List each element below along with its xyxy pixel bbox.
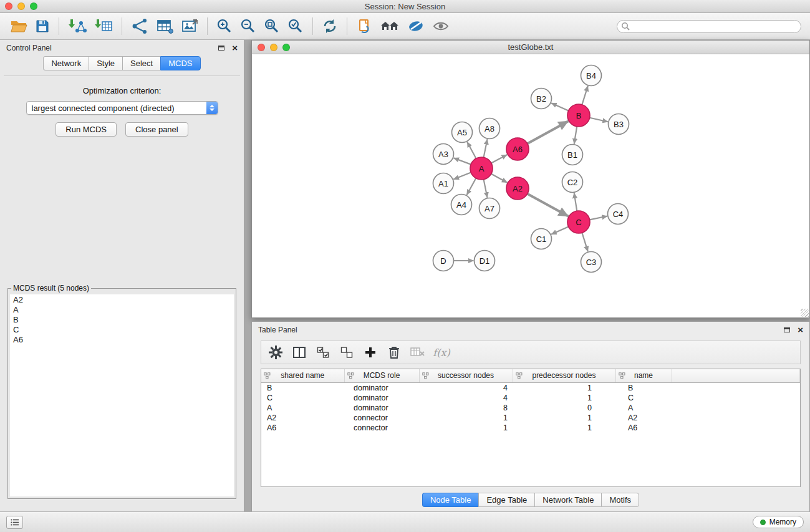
float-panel-icon[interactable] xyxy=(218,46,224,51)
graph-edge-C-C2[interactable] xyxy=(574,193,577,211)
tab-node-table[interactable]: Node Table xyxy=(422,493,479,507)
graph-edge-A-A6[interactable] xyxy=(491,155,507,163)
graph-edge-A-A3[interactable] xyxy=(453,158,471,164)
cell[interactable]: 1 xyxy=(419,413,513,423)
close-panel-icon[interactable]: × xyxy=(232,45,238,51)
cell[interactable]: A2 xyxy=(615,413,672,423)
graph-edge-B-B4[interactable] xyxy=(582,86,587,105)
search-input[interactable] xyxy=(617,20,801,33)
cell[interactable]: dominator xyxy=(344,403,419,413)
task-history-button[interactable] xyxy=(6,516,23,529)
graph-node-D[interactable]: D xyxy=(433,251,454,271)
tab-select[interactable]: Select xyxy=(122,56,160,70)
add-row-icon[interactable] xyxy=(361,343,380,362)
network-minimize-button[interactable] xyxy=(270,44,277,51)
zoom-fit-content-icon[interactable] xyxy=(260,15,284,37)
cell[interactable]: 1 xyxy=(513,423,615,433)
network-canvas[interactable]: AA6A2BCA5A8A3A1A4A7B2B4B3B1C2C4C1C3DD1 xyxy=(252,54,809,317)
zoom-out-icon[interactable] xyxy=(236,15,260,37)
cell[interactable]: connector xyxy=(344,413,419,423)
result-item[interactable]: A6 xyxy=(12,335,232,345)
graph-edge-C-C1[interactable] xyxy=(551,226,569,234)
graph-node-D1[interactable]: D1 xyxy=(475,251,495,271)
column-header-name[interactable]: name xyxy=(615,369,672,382)
table-row[interactable]: A6connector11A6 xyxy=(261,423,800,433)
graph-edge-A6-B[interactable] xyxy=(528,121,569,143)
copy-page-icon[interactable] xyxy=(352,15,376,37)
graph-edge-A2-C[interactable] xyxy=(528,194,569,216)
cell[interactable]: 1 xyxy=(419,423,513,433)
graph-edge-B-B1[interactable] xyxy=(574,127,577,144)
export-image-icon[interactable] xyxy=(177,15,202,37)
graph-node-C2[interactable]: C2 xyxy=(562,172,583,193)
result-item[interactable]: C xyxy=(12,325,232,335)
graph-node-A[interactable]: A xyxy=(470,157,493,180)
table-close-panel-icon[interactable]: × xyxy=(798,327,803,333)
table-row[interactable]: Adominator80A xyxy=(261,403,800,413)
cell[interactable]: A xyxy=(615,403,672,413)
table-settings-gear-icon[interactable] xyxy=(266,343,285,362)
apply-layout-refresh-icon[interactable] xyxy=(318,15,342,37)
graph-edge-A-A8[interactable] xyxy=(484,139,488,157)
close-panel-button[interactable]: Close panel xyxy=(125,122,188,137)
graph-edge-A-A1[interactable] xyxy=(453,173,471,180)
cell[interactable]: connector xyxy=(344,423,419,433)
cell[interactable]: B xyxy=(261,382,344,393)
cell[interactable]: 1 xyxy=(513,382,615,393)
graph-node-A1[interactable]: A1 xyxy=(433,173,454,194)
cell[interactable]: 4 xyxy=(419,393,513,403)
cell[interactable]: C xyxy=(261,393,344,403)
graph-edge-B-B2[interactable] xyxy=(551,103,569,110)
new-network-from-table-icon[interactable] xyxy=(152,15,177,37)
resize-grip[interactable] xyxy=(801,309,809,317)
result-item[interactable]: B xyxy=(12,315,232,325)
network-close-button[interactable] xyxy=(258,44,265,51)
cell[interactable]: 1 xyxy=(513,413,615,423)
tab-style[interactable]: Style xyxy=(89,56,122,70)
cell[interactable]: A6 xyxy=(615,423,672,433)
show-hide-eye-icon[interactable] xyxy=(428,15,453,37)
network-zoom-button[interactable] xyxy=(282,44,290,51)
graph-edge-A-A5[interactable] xyxy=(467,142,476,158)
column-header-MCDS-role[interactable]: MCDS role xyxy=(344,369,419,382)
cell[interactable]: A6 xyxy=(261,423,344,433)
graph-node-C1[interactable]: C1 xyxy=(531,229,552,249)
graph-edge-A-A7[interactable] xyxy=(484,180,488,198)
graph-edge-C-C4[interactable] xyxy=(590,216,607,220)
app-titlebar[interactable]: Session: New Session xyxy=(0,0,810,13)
graph-edge-B-B3[interactable] xyxy=(590,118,608,122)
graph-node-C3[interactable]: C3 xyxy=(581,252,602,273)
column-header-successor-nodes[interactable]: successor nodes xyxy=(419,369,513,382)
column-header-shared-name[interactable]: shared name xyxy=(261,369,344,382)
cell[interactable]: 0 xyxy=(513,403,615,413)
column-header-predecessor-nodes[interactable]: predecessor nodes xyxy=(513,369,615,382)
cell[interactable]: C xyxy=(615,393,672,403)
delete-rows-icon[interactable] xyxy=(385,343,403,362)
tab-motifs[interactable]: Motifs xyxy=(601,493,639,507)
tab-network[interactable]: Network xyxy=(43,56,89,70)
memory-button[interactable]: Memory xyxy=(753,516,804,528)
graph-node-B1[interactable]: B1 xyxy=(562,145,583,165)
graph-node-A5[interactable]: A5 xyxy=(452,122,473,143)
graph-node-A4[interactable]: A4 xyxy=(451,195,472,215)
graph-node-B3[interactable]: B3 xyxy=(609,114,629,135)
cell[interactable]: 1 xyxy=(513,393,615,403)
graph-edge-C-C3[interactable] xyxy=(582,233,587,251)
home-views-icon[interactable] xyxy=(376,15,403,37)
open-file-icon[interactable] xyxy=(6,15,31,37)
table-float-panel-icon[interactable] xyxy=(784,327,790,332)
network-window-titlebar[interactable]: testGlobe.txt xyxy=(252,41,809,54)
cell[interactable]: 8 xyxy=(419,403,513,413)
zoom-in-icon[interactable] xyxy=(213,15,236,37)
graph-node-C[interactable]: C xyxy=(567,211,590,233)
table-row[interactable]: A2connector11A2 xyxy=(261,413,800,423)
cell[interactable]: B xyxy=(615,382,672,393)
graph-node-B[interactable]: B xyxy=(567,104,590,127)
import-table-from-file-icon[interactable] xyxy=(90,15,117,37)
graph-node-A8[interactable]: A8 xyxy=(480,118,500,139)
graphics-details-icon[interactable] xyxy=(403,15,428,37)
select-all-rows-icon[interactable] xyxy=(314,343,332,362)
cell[interactable]: A2 xyxy=(261,413,344,423)
graph-node-A6[interactable]: A6 xyxy=(506,138,529,160)
show-columns-icon[interactable] xyxy=(290,343,309,362)
